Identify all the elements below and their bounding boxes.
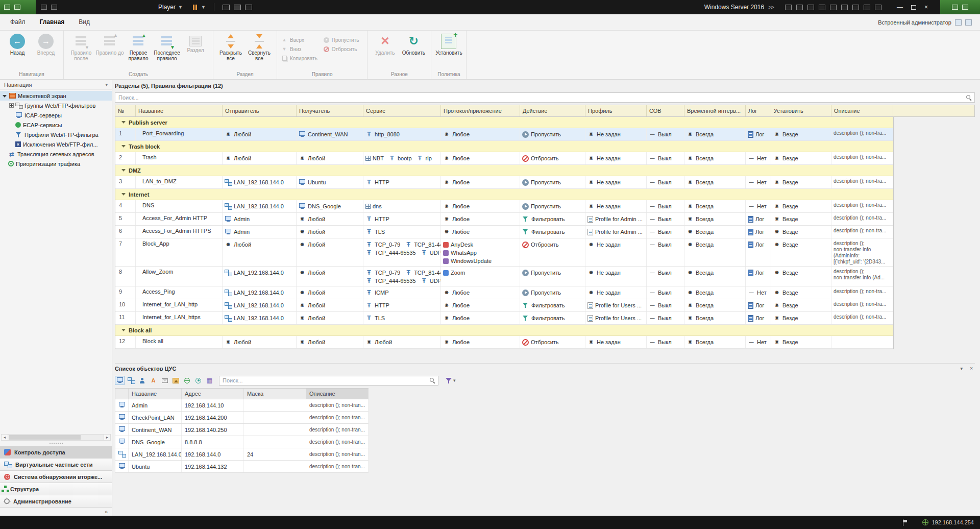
rule-row[interactable]: 6Access_For_Admin HTTPSAdminЛюбойTLSЛюбо… bbox=[115, 226, 893, 238]
object-row[interactable]: Admin192.168.144.10description (); non-t… bbox=[115, 399, 369, 412]
section-row[interactable]: Block all bbox=[115, 325, 893, 336]
objects-toolbar-user-button[interactable] bbox=[137, 376, 147, 385]
clip-icon[interactable] bbox=[51, 5, 57, 10]
column-header[interactable]: Описание bbox=[831, 105, 893, 116]
section-row[interactable]: DMZ bbox=[115, 165, 893, 176]
object-row[interactable]: DNS_Google8.8.8.8description (); non-tra… bbox=[115, 436, 369, 448]
maximize-button[interactable] bbox=[911, 5, 916, 10]
console-view-icon[interactable] bbox=[234, 5, 241, 10]
tree-item-qos[interactable]: Приоритизации трафика bbox=[0, 159, 112, 169]
vm-name-chevrons[interactable]: >> bbox=[768, 4, 774, 10]
object-row[interactable]: CheckPoint_LAN192.168.144.200description… bbox=[115, 412, 369, 424]
objects-column-header[interactable]: Описание bbox=[306, 389, 369, 399]
tree-item-firewall[interactable]: Межсетевой экран bbox=[0, 91, 112, 101]
module-structure[interactable]: Структура bbox=[0, 483, 112, 495]
tree-item-web-groups[interactable]: Группы Web/FTP-фильтров bbox=[0, 101, 112, 110]
column-header[interactable]: Сервис bbox=[363, 105, 441, 116]
ribbon-button-rule-last[interactable]: Последнее правило bbox=[153, 32, 181, 61]
search-icon[interactable] bbox=[966, 94, 972, 101]
object-row[interactable]: LAN_192.168.144.0192.168.144.024descript… bbox=[115, 448, 369, 461]
objects-toolbar-grid-button[interactable] bbox=[205, 376, 214, 385]
rule-row[interactable]: 10Internet_for_LAN_httpLAN_192.168.144.0… bbox=[115, 299, 893, 312]
object-row[interactable]: Ubuntu192.168.144.132description (); non… bbox=[115, 461, 369, 473]
objects-toolbar-host-button[interactable] bbox=[115, 376, 125, 385]
rule-row[interactable]: 1Port_ForwardingЛюбойContinent_WANhttp_8… bbox=[115, 128, 893, 141]
printer-icon[interactable] bbox=[841, 5, 848, 10]
collapse-panel-icon[interactable]: ▾ bbox=[105, 82, 108, 87]
zoom-in-icon[interactable] bbox=[807, 5, 814, 10]
objects-toolbar-world-button[interactable] bbox=[193, 376, 203, 385]
section-row[interactable]: Publish server bbox=[115, 117, 893, 128]
column-header[interactable]: Установить bbox=[771, 105, 831, 116]
tree-horizontal-scrollbar[interactable]: ◄ ► bbox=[1, 434, 111, 441]
fullscreen-icon[interactable] bbox=[819, 5, 825, 10]
objects-column-header[interactable]: Название bbox=[129, 389, 182, 399]
unity-view-icon[interactable] bbox=[245, 5, 252, 10]
ribbon-button-collapse-all[interactable]: Свернуть все bbox=[245, 32, 274, 61]
objects-column-header[interactable]: Адрес bbox=[182, 389, 244, 399]
session-icon[interactable] bbox=[965, 19, 972, 26]
module-vpn[interactable]: Виртуальные частные сети bbox=[0, 459, 112, 471]
ribbon-button-back[interactable]: Назад bbox=[3, 32, 32, 56]
scrollbar-thumb[interactable] bbox=[9, 435, 81, 440]
module-administration[interactable]: Администрирование bbox=[0, 495, 112, 508]
rule-row[interactable]: 4DNSLAN_192.168.144.0DNS_GooglednsЛюбоеП… bbox=[115, 200, 893, 213]
module-ids[interactable]: Система обнаружения вторже... bbox=[0, 471, 112, 483]
sound-icon[interactable] bbox=[852, 5, 859, 10]
rule-row[interactable]: 11Internet_for_LAN_httpsLAN_192.168.144.… bbox=[115, 312, 893, 325]
zoom-out-icon[interactable] bbox=[796, 5, 803, 10]
collapse-triangle-icon[interactable] bbox=[121, 329, 126, 331]
tree-item-ecap[interactable]: ЕСАР-сервисы bbox=[0, 120, 112, 130]
objects-filter-button[interactable]: ▾ bbox=[445, 377, 456, 384]
collapse-triangle-icon[interactable] bbox=[121, 193, 126, 196]
player-menu[interactable]: Player ▼ bbox=[158, 4, 183, 11]
section-row[interactable]: Internet bbox=[115, 189, 893, 200]
ribbon-button-refresh[interactable]: Обновить bbox=[399, 32, 428, 56]
section-row[interactable]: Trash block bbox=[115, 141, 893, 152]
objects-column-header[interactable]: Маска bbox=[244, 389, 306, 399]
close-button[interactable]: × bbox=[924, 4, 928, 10]
apps-grid-icon[interactable] bbox=[962, 5, 968, 10]
expander-icon[interactable] bbox=[9, 103, 14, 108]
column-header[interactable]: Профиль bbox=[585, 105, 647, 116]
column-header[interactable]: Протокол/приложение bbox=[441, 105, 520, 116]
collapse-triangle-icon[interactable] bbox=[121, 121, 126, 124]
info-icon[interactable] bbox=[875, 5, 881, 10]
column-header[interactable]: Временной интерв... bbox=[684, 105, 746, 116]
pause-dropdown-icon[interactable]: ▼ bbox=[201, 5, 206, 10]
collapse-triangle-icon[interactable] bbox=[121, 169, 126, 172]
ribbon-button-rule-first[interactable]: Первое правило bbox=[124, 32, 153, 61]
devices-icon[interactable] bbox=[830, 5, 837, 10]
objects-toolbar-lan-button[interactable] bbox=[126, 376, 136, 385]
snapshot-icon[interactable] bbox=[41, 5, 47, 10]
usb-icon[interactable] bbox=[864, 5, 870, 10]
menu-tab[interactable]: Файл bbox=[3, 14, 33, 30]
column-header[interactable]: Лог bbox=[746, 105, 771, 116]
objects-toolbar-image-button[interactable] bbox=[171, 376, 181, 385]
scrollbar-track[interactable] bbox=[8, 435, 104, 440]
objects-column-header[interactable] bbox=[115, 389, 129, 399]
save-icon[interactable] bbox=[4, 5, 10, 10]
column-header[interactable]: Получатель bbox=[297, 105, 363, 116]
splitter-grip[interactable] bbox=[0, 441, 112, 446]
pause-button[interactable] bbox=[193, 5, 197, 10]
menu-tab[interactable]: Главная bbox=[33, 14, 72, 30]
objects-toolbar-globe-button[interactable] bbox=[182, 376, 192, 385]
collapse-panel-icon[interactable]: ▾ bbox=[960, 366, 963, 371]
column-header[interactable]: № bbox=[115, 105, 136, 116]
rule-row[interactable]: 9Access_PingLAN_192.168.144.0ЛюбойICMPЛю… bbox=[115, 286, 893, 299]
objects-toolbar-font-button[interactable] bbox=[149, 376, 158, 385]
tree-item-icap[interactable]: ICAP-серверы bbox=[0, 110, 112, 120]
scroll-left-icon[interactable]: ◄ bbox=[2, 435, 8, 440]
notification-flag-icon[interactable] bbox=[903, 519, 908, 526]
ribbon-button-install[interactable]: Установить bbox=[434, 32, 463, 56]
scroll-right-icon[interactable]: ► bbox=[104, 435, 110, 440]
library-icon[interactable] bbox=[14, 5, 20, 10]
column-header[interactable]: СОВ bbox=[647, 105, 684, 116]
objects-toolbar-mail-button[interactable] bbox=[160, 376, 169, 385]
rule-row[interactable]: 7Block_AppЛюбойЛюбойTCP_0-79TCP_81-442TC… bbox=[115, 238, 893, 267]
rule-row[interactable]: 8Allow_ZoomLAN_192.168.144.0ЛюбойTCP_0-7… bbox=[115, 267, 893, 286]
search-icon[interactable] bbox=[429, 377, 435, 383]
user-icon[interactable] bbox=[955, 19, 962, 26]
display-icon[interactable] bbox=[785, 5, 792, 10]
